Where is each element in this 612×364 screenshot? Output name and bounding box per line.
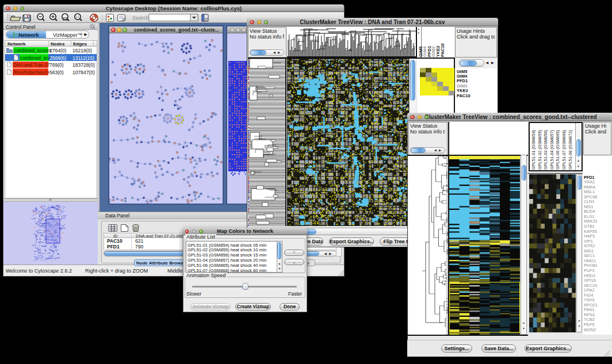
svg-text:Search:: Search:	[132, 15, 150, 21]
svg-text:1:1: 1:1	[76, 16, 80, 18]
